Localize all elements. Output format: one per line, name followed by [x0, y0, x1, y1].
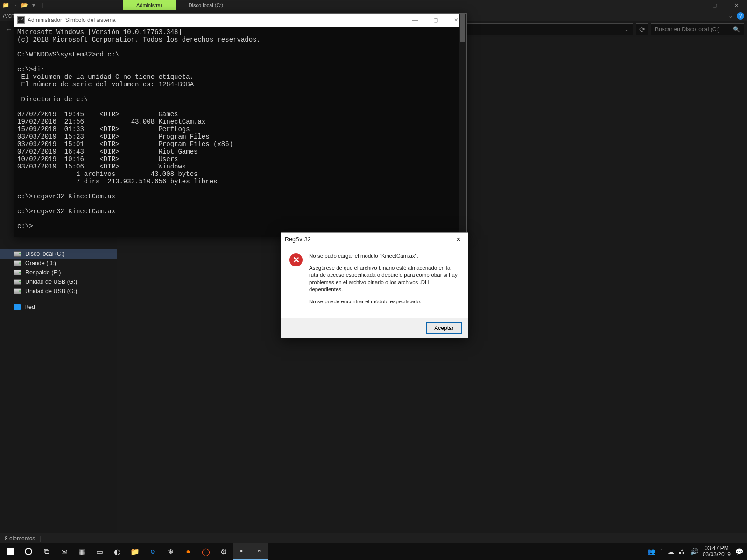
task-view-button[interactable]: ⧉ [37, 543, 55, 560]
dialog-message: No se pudo cargar el módulo "KinectCam.a… [309, 252, 459, 310]
taskbar-app-mail[interactable]: ✉ [55, 543, 73, 560]
cmd-minimize-button[interactable]: ― [405, 14, 425, 27]
cmd-icon: C:\ [17, 16, 25, 24]
qat-properties-icon[interactable]: ▫ [11, 1, 19, 9]
network-icon [14, 304, 21, 310]
address-dropdown-icon[interactable]: ⌄ [624, 26, 629, 33]
taskbar-app-firefox[interactable]: ● [179, 543, 197, 560]
nav-item-label: Grande (D:) [25, 260, 56, 266]
taskbar-app-edge[interactable]: e [144, 543, 162, 560]
tray-overflow-icon[interactable]: ˄ [660, 548, 663, 555]
taskbar-app-generic2[interactable]: ❄ [162, 543, 179, 560]
dialog-titlebar[interactable]: RegSvr32 ✕ [281, 233, 468, 246]
cmd-output[interactable]: Microsoft Windows [Versión 10.0.17763.34… [14, 27, 466, 237]
nav-item[interactable]: Unidad de USB (G:) [0, 287, 117, 296]
search-icon: 🔍 [733, 26, 740, 33]
cmd-maximize-button[interactable]: ▢ [425, 14, 446, 27]
dialog-ok-button[interactable]: Aceptar [427, 323, 461, 333]
cmd-scrollbar[interactable]: ▲ ▼ [459, 14, 466, 237]
tray-clock[interactable]: 03:47 PM 03/03/2019 [703, 546, 731, 558]
search-placeholder: Buscar en Disco local (C:) [655, 26, 720, 33]
maximize-button[interactable]: ▢ [704, 0, 726, 10]
nav-item-label: Red [24, 304, 35, 310]
nav-item-label: Unidad de USB (G:) [25, 288, 77, 294]
taskbar-app-generic1[interactable]: ◐ [108, 543, 126, 560]
drive-icon [14, 270, 21, 275]
qat-dropdown-icon[interactable]: ▾ [30, 1, 37, 9]
dialog-line3: No se puede encontrar el módulo especifi… [309, 298, 459, 306]
qat-sep: | [39, 1, 47, 9]
dialog-line2: Asegúrese de que el archivo binario esté… [309, 265, 459, 294]
search-input[interactable]: Buscar en Disco local (C:) 🔍 [651, 23, 744, 35]
tray-notifications-icon[interactable]: 💬 [735, 548, 743, 555]
nav-item-label: Unidad de USB (G:) [25, 279, 77, 285]
taskbar: ⧉ ✉ ▦ ▭ ◐ 📁 e ❄ ● ◯ ⚙ ▪ ▫ 👥 ˄ ☁ 🖧 🔊 03:4… [0, 543, 747, 560]
view-details-icon[interactable] [725, 535, 733, 542]
explorer-icon: 📁 [2, 1, 9, 9]
window-title: Disco local (C:) [176, 0, 237, 10]
taskbar-app-cmd[interactable]: ▪ [233, 543, 250, 560]
nav-item[interactable]: Disco local (C:) [0, 249, 117, 259]
regsvr32-dialog: RegSvr32 ✕ ✕ No se pudo cargar el módulo… [281, 232, 468, 338]
status-bar: 8 elementos | [0, 533, 747, 543]
taskbar-app-explorer[interactable]: 📁 [126, 543, 144, 560]
view-large-icon[interactable] [734, 535, 742, 542]
cortana-button[interactable] [20, 543, 37, 560]
drive-icon [14, 288, 21, 294]
taskbar-app-generic3[interactable]: ◯ [197, 543, 215, 560]
nav-item[interactable]: Grande (D:) [0, 259, 117, 268]
nav-item-label: Disco local (C:) [25, 251, 65, 257]
tray-volume-icon[interactable]: 🔊 [690, 548, 698, 555]
nav-item[interactable]: Respaldo (E:) [0, 268, 117, 277]
qat-newfolder-icon[interactable]: 📂 [21, 1, 28, 9]
system-tray: 👥 ˄ ☁ 🖧 🔊 03:47 PM 03/03/2019 💬 [647, 546, 745, 558]
tray-people-icon[interactable]: 👥 [647, 548, 655, 555]
cmd-title-text: Administrador: Símbolo del sistema [28, 17, 116, 23]
tray-network-icon[interactable]: 🖧 [679, 548, 685, 555]
tray-onedrive-icon[interactable]: ☁ [668, 548, 674, 555]
drive-icon [14, 279, 21, 285]
cmd-titlebar[interactable]: C:\ Administrador: Símbolo del sistema ―… [14, 14, 466, 27]
taskbar-app-photos[interactable]: ▭ [91, 543, 108, 560]
taskbar-app-calendar[interactable]: ▦ [73, 543, 91, 560]
back-button[interactable]: ← [3, 23, 15, 35]
help-icon[interactable]: ? [737, 12, 744, 20]
minimize-button[interactable]: ― [683, 0, 704, 10]
ribbon-context-tab[interactable]: Administrar [123, 0, 176, 10]
cmd-window: C:\ Administrador: Símbolo del sistema ―… [14, 13, 467, 237]
dialog-line1: No se pudo cargar el módulo "KinectCam.a… [309, 252, 459, 260]
ribbon-collapse-icon[interactable]: ⌄ [728, 13, 733, 19]
drive-icon [14, 251, 21, 257]
tray-date: 03/03/2019 [703, 552, 731, 558]
refresh-button[interactable]: ⟳ [636, 23, 648, 35]
dialog-close-button[interactable]: ✕ [453, 236, 464, 243]
taskbar-app-settings[interactable]: ⚙ [215, 543, 233, 560]
explorer-titlebar: 📁 ▫ 📂 ▾ | Administrar Disco local (C:) ―… [0, 0, 747, 10]
error-icon: ✕ [289, 253, 303, 266]
scroll-thumb[interactable] [460, 14, 465, 42]
dialog-title: RegSvr32 [285, 236, 311, 243]
nav-item[interactable]: Unidad de USB (G:) [0, 277, 117, 287]
taskbar-app-explorer-running[interactable]: ▫ [250, 543, 268, 560]
close-button[interactable]: ✕ [726, 0, 747, 10]
nav-item-label: Respaldo (E:) [25, 269, 61, 276]
drive-icon [14, 260, 21, 266]
start-button[interactable] [2, 543, 20, 560]
status-text: 8 elementos [5, 535, 35, 542]
nav-item[interactable]: Red [0, 302, 117, 312]
